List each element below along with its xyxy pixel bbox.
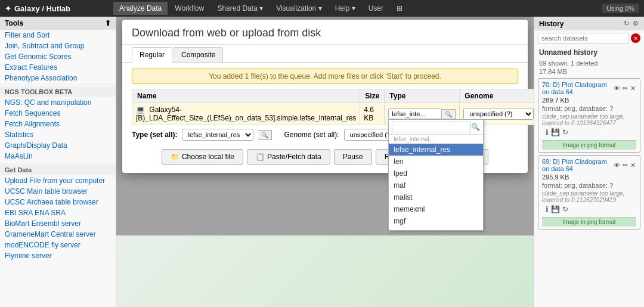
nav-analyze-data[interactable]: Analyze Data [113,2,168,15]
tools-upload-icon[interactable]: ⬆ [105,19,111,27]
history-item-69-warning: clade_sep parameter too large, lowered t… [542,190,636,203]
nav-grid-icon[interactable]: ⊞ [391,2,408,15]
history-item-70-warning: clade_sep parameter too large, lowered t… [542,113,636,126]
using-label: Using 0% [602,4,639,13]
paste-icon: 📋 [256,153,265,161]
history-item-69-reload-icon[interactable]: ↻ [562,205,568,213]
nav-user[interactable]: User [363,2,389,15]
history-size: 17.84 MB [534,67,644,76]
sidebar-item-ngs-qc[interactable]: NGS: QC and manipulation [0,97,116,108]
history-item-69-info-icon[interactable]: ℹ [546,205,549,213]
sidebar-item-flymine[interactable]: Flymine server [0,250,116,261]
nav-visualization[interactable]: Visualization ▾ [270,2,328,15]
tab-composite[interactable]: Composite [174,47,223,62]
dropdown-search-input[interactable] [392,122,471,132]
modal-title: Download from web or upload from disk [132,27,321,39]
sidebar-item-ucsc-archaea[interactable]: UCSC Archaea table browser [0,197,116,207]
dropdown-search-icon: 🔍 [471,123,480,131]
sidebar-item-ebi-sra[interactable]: EBI SRA ENA SRA [0,207,116,218]
sidebar-section-get-data: Get Data [0,165,116,175]
history-item-70-info-icon[interactable]: ℹ [546,128,549,137]
history-search-bar: ✕ [534,30,644,46]
history-search-input[interactable] [538,33,629,44]
history-item-70-disk-icon[interactable]: 💾 [551,128,560,137]
topnav-menu: Analyze Data Workflow Shared Data ▾ Visu… [113,2,408,15]
history-item-70-eye[interactable]: 👁 [613,84,621,93]
tab-regular[interactable]: Regular [132,47,172,63]
sidebar-item-modencode[interactable]: modENCODE fly server [0,240,116,250]
history-item-69-disk-icon[interactable]: 💾 [551,205,560,213]
sidebar-item-statistics[interactable]: Statistics [0,129,116,140]
history-item-70-title[interactable]: 70: D) Plot Cladogram on data 64 [542,81,613,95]
dropdown-item-lefse-internal-res[interactable]: lefse_internal_res [389,144,483,156]
type-search-button[interactable]: 🔍 [442,109,456,119]
paste-fetch-button[interactable]: 📋 Paste/Fetch data [247,149,330,165]
history-item-69-eye[interactable]: 👁 [613,161,621,170]
history-panel: History ↻ ⚙ ✕ Unnamed history 69 shown, … [534,17,644,307]
sidebar-item-upload-file[interactable]: Upload File from your computer [0,175,116,186]
nav-help[interactable]: Help ▾ [329,2,361,15]
dropdown-item-maf[interactable]: maf [389,179,483,191]
cell-type: lefse_inte... 🔍 🔍 [385,103,460,125]
history-item-69-actions: ℹ 💾 ↻ [542,203,636,215]
sidebar-item-gramene[interactable]: GrameneMart Central server [0,229,116,240]
history-item-69-title[interactable]: 69: D) Plot Cladogram on data 64 [542,158,613,172]
genome-select[interactable]: unspecified (?) [463,108,534,120]
pause-button[interactable]: Pause [334,149,372,165]
cell-name: 💻 Galaxy54-[B)_LDA_Effect_Size_(LEfSe)_o… [132,103,360,125]
sidebar-item-ucsc-main[interactable]: UCSC Main table browser [0,186,116,197]
topnav-right: Using 0% [602,4,639,13]
sidebar-item-extract[interactable]: Extract Features [0,62,116,73]
history-item-70-size: 289.7 KB [542,97,636,104]
history-search-clear[interactable]: ✕ [631,33,640,43]
history-header-icons: ↻ ⚙ [623,19,639,28]
history-item-69-format: format: png, database: ? [542,182,636,189]
history-item-70: 70: D) Plot Cladogram on data 64 👁 ✏ ✕ 2… [538,78,640,153]
type-set-all-select[interactable]: lefse_internal_res [182,129,253,141]
history-item-69-header: 69: D) Plot Cladogram on data 64 👁 ✏ ✕ [542,158,636,172]
history-item-69-delete[interactable]: ✕ [630,161,636,170]
history-item-70-header: 70: D) Plot Cladogram on data 64 👁 ✏ ✕ [542,81,636,95]
history-settings-button[interactable]: ⚙ [632,19,639,28]
history-item-70-reload-icon[interactable]: ↻ [562,128,568,137]
sidebar-item-genomic[interactable]: Get Genomic Scores [0,51,116,62]
history-item-70-edit[interactable]: ✏ [622,84,628,93]
nav-shared-data[interactable]: Shared Data ▾ [211,2,269,15]
type-select[interactable]: lefse_inte... [388,108,442,119]
history-title: History [539,20,564,28]
sidebar-item-fetch-seq[interactable]: Fetch Sequences [0,108,116,119]
history-item-69-edit[interactable]: ✏ [622,161,628,170]
nav-workflow[interactable]: Workflow [169,2,210,15]
dropdown-item-micropita[interactable]: micropita [389,227,483,230]
sidebar-item-join[interactable]: Join, Subtract and Group [0,41,116,51]
galaxy-icon: ✦ [5,4,11,13]
history-item-70-delete[interactable]: ✕ [630,84,636,93]
modal-tabs: Regular Composite [122,45,528,63]
history-count: 69 shown, 1 deleted [534,59,644,67]
dropdown-item-mgf[interactable]: mgf [389,215,483,227]
dropdown-item-memexml[interactable]: memexml [389,203,483,215]
dropdown-item-len[interactable]: len [389,156,483,168]
type-set-search-button[interactable]: 🔍 [258,130,272,140]
history-item-70-actions: ℹ 💾 ↻ [542,126,636,138]
sidebar-item-fetch-align[interactable]: Fetch Alignments [0,119,116,129]
history-item-70-bar: Image in png format [542,140,636,150]
sidebar-section-ngs-beta: NGS TOOLBOX BETA [0,86,116,97]
type-set-label: Type (set all): [132,131,177,139]
file-icon: 💻 [136,106,145,114]
sidebar-item-filter-sort[interactable]: Filter and Sort [0,30,116,41]
dropdown-item-malist[interactable]: malist [389,191,483,203]
history-item-69-size: 295.9 KB [542,173,636,181]
brand: ✦ Galaxy / Hutlab [5,4,70,13]
dropdown-item-lped[interactable]: lped [389,168,483,179]
sidebar-item-graph[interactable]: Graph/Display Data [0,140,116,151]
sidebar-item-phenotype[interactable]: Phenotype Association [0,73,116,83]
modal-header: Download from web or upload from disk [122,20,528,45]
choose-local-button[interactable]: 📁 Choose local file [162,149,243,165]
dropdown-scroll: lefse_internal... lefse_internal_res len… [389,135,483,230]
type-dropdown-wrapper: lefse_inte... 🔍 🔍 [388,108,456,119]
sidebar-item-biomart[interactable]: BioMart Ensembl server [0,218,116,229]
info-bar: You added 1 file(s) to the queue. Add mo… [132,69,518,84]
history-refresh-button[interactable]: ↻ [623,19,630,28]
sidebar-item-maaslin[interactable]: MaAsLin [0,151,116,162]
